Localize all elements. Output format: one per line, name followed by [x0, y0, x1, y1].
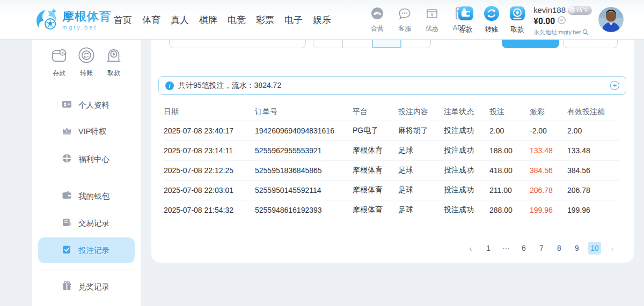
cell-payout: 206.78: [530, 186, 567, 195]
bet-summary-bar: i 共计95笔投注，流水：3824.72 +: [158, 76, 626, 95]
table-row: 2025-07-08 22:12:25 5255951836845865 摩根体…: [164, 161, 620, 181]
cell-valid-amount: 133.48: [567, 146, 620, 155]
nav-item-board-games[interactable]: 棋牌: [199, 14, 217, 26]
page-9-button[interactable]: 9: [570, 242, 583, 255]
date-range-option-1[interactable]: [313, 40, 342, 48]
cell-order-number: 5255950145592114: [255, 186, 353, 195]
cell-platform: 摩根体育: [353, 185, 398, 195]
brand-subtitle: mgty.bet: [62, 25, 112, 31]
date-range-option-3-selected[interactable]: [372, 40, 401, 48]
deposit-icon: [458, 5, 474, 24]
query-button[interactable]: [502, 40, 559, 48]
wallet-icon: [62, 190, 72, 203]
col-payout: 派彩: [530, 107, 567, 117]
sidebar-transfer-button[interactable]: 转账: [74, 46, 99, 78]
cell-payout: 384.56: [530, 166, 567, 175]
prev-page-button[interactable]: ‹: [464, 242, 477, 255]
transfer-outline-icon: [77, 46, 96, 66]
reset-button[interactable]: [563, 40, 618, 48]
nav-item-lottery[interactable]: 彩票: [256, 14, 274, 26]
cell-date: 2025-07-08 23:14:11: [164, 146, 255, 155]
date-range-option-4[interactable]: [401, 40, 430, 48]
brand-logo[interactable]: 摩根体育 mgty.bet: [33, 7, 112, 34]
partnership-handshake-icon: [370, 6, 384, 23]
table-row: 2025-07-08 22:03:01 5255950145592114 摩根体…: [164, 181, 620, 200]
sidebar-quick-label: 存款: [53, 69, 65, 78]
quick-link-label: 合营: [371, 24, 384, 33]
cell-bet-amount: 188.00: [489, 146, 530, 155]
cell-date: 2025-07-08 22:03:01: [164, 186, 255, 195]
search-icon[interactable]: [582, 27, 589, 38]
sidebar-item-transactions[interactable]: 交易记录: [32, 210, 141, 236]
sidebar-divider: [38, 270, 135, 270]
cell-valid-amount: 2.00: [567, 126, 620, 135]
cell-status: 投注成功: [444, 166, 489, 175]
cell-bet-amount: 211.00: [489, 186, 530, 195]
page-7-button[interactable]: 7: [535, 242, 548, 255]
filter-search-input[interactable]: [169, 40, 306, 48]
vip-crown-icon: [62, 125, 72, 138]
svg-text:¥: ¥: [61, 50, 64, 55]
nav-item-esports[interactable]: 电竞: [228, 14, 246, 26]
soccer-swirl-logo-icon: [33, 7, 58, 34]
welfare-gift-icon: [62, 153, 72, 166]
bet-records-icon: [62, 244, 72, 257]
quick-link-support[interactable]: 客服: [394, 6, 415, 33]
wallet-action-label: 存款: [459, 25, 473, 34]
sidebar-item-label: 交易记录: [78, 218, 109, 228]
sidebar-item-label: 我的钱包: [78, 191, 109, 201]
quick-link-promotions[interactable]: ¥ 优惠: [422, 6, 442, 33]
cell-order-number: 5255951836845865: [255, 166, 353, 175]
cell-order-number: 1942609694094831616: [255, 126, 353, 135]
cell-bet-amount: 2.00: [489, 126, 530, 135]
deposit-outline-icon: ¥: [50, 46, 68, 66]
col-bet-content: 投注内容: [398, 107, 444, 117]
balance-expand-icon[interactable]: [558, 16, 566, 27]
date-range-option-2[interactable]: [342, 40, 372, 48]
transfer-icon: [484, 5, 500, 24]
customer-service-chat-icon: [398, 6, 412, 23]
vip-level-badge[interactable]: VIP0: [568, 6, 592, 15]
sidebar-item-bet-records[interactable]: 投注记录: [38, 237, 135, 263]
page-1-button[interactable]: 1: [482, 242, 495, 255]
sidebar-item-vip[interactable]: VIP特权: [32, 118, 141, 144]
sidebar-item-wallet[interactable]: 我的钱包: [32, 183, 141, 209]
cell-bet-content: 足球: [398, 146, 444, 155]
withdraw-button[interactable]: 取款: [509, 5, 526, 34]
table-row: 2025-07-08 23:14:11 5255962955553921 摩根体…: [164, 141, 620, 161]
cell-bet-content: 麻将胡了: [398, 126, 444, 136]
page-10-button[interactable]: 10: [588, 242, 601, 255]
quick-link-partnership[interactable]: 合营: [367, 6, 387, 33]
sidebar-item-redeem-records[interactable]: 兑奖记录: [32, 274, 141, 300]
next-page-button[interactable]: ›: [606, 242, 619, 255]
pagination-ellipsis[interactable]: ⋯: [500, 242, 513, 255]
expand-plus-icon[interactable]: +: [610, 81, 619, 90]
user-avatar[interactable]: [598, 7, 624, 32]
svg-text:¥: ¥: [430, 12, 434, 18]
page-8-button[interactable]: 8: [553, 242, 566, 255]
cell-valid-amount: 206.78: [567, 186, 620, 195]
nav-item-live[interactable]: 真人: [171, 14, 189, 26]
cell-order-number: 5255948616192393: [255, 206, 353, 214]
sidebar-withdraw-button[interactable]: 取款: [101, 46, 127, 78]
cell-payout: 133.48: [530, 146, 567, 155]
nav-item-sports[interactable]: 体育: [142, 14, 160, 26]
withdraw-icon: [509, 5, 525, 24]
sidebar-deposit-button[interactable]: ¥ 存款: [46, 46, 72, 78]
nav-item-slots[interactable]: 电子: [284, 14, 303, 26]
cell-bet-amount: 418.00: [489, 166, 530, 175]
deposit-button[interactable]: 存款: [457, 5, 474, 34]
sidebar-item-label: VIP特权: [78, 126, 106, 137]
cell-platform: 摩根体育: [353, 146, 398, 155]
bet-records-table: 日期 订单号 平台 投注内容 注单状态 投注 派彩 有效投注额 2025-07-…: [164, 103, 620, 220]
table-row: 2025-07-08 21:54:32 5255948616192393 摩根体…: [164, 200, 620, 220]
cell-status: 投注成功: [444, 185, 489, 195]
redeem-records-icon: [62, 281, 72, 293]
cell-bet-content: 足球: [398, 185, 444, 195]
sidebar-item-profile[interactable]: 个人资料: [32, 92, 141, 118]
nav-item-entertainment[interactable]: 娱乐: [313, 14, 331, 26]
nav-item-home[interactable]: 首页: [114, 14, 132, 26]
page-6-button[interactable]: 6: [517, 242, 530, 255]
sidebar-item-welfare[interactable]: 福利中心: [32, 146, 141, 172]
transfer-button[interactable]: 转账: [483, 5, 500, 34]
